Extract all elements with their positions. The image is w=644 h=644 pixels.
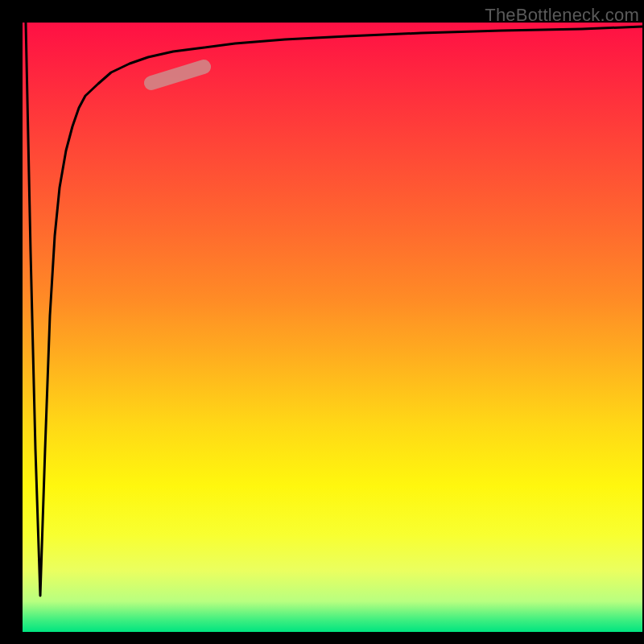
chart-frame: TheBottleneck.com <box>0 0 644 644</box>
watermark-label: TheBottleneck.com <box>485 5 639 26</box>
plot-area <box>23 23 642 632</box>
curve-highlight <box>151 67 204 83</box>
bottleneck-curve <box>23 23 642 632</box>
curve-path <box>26 23 642 596</box>
